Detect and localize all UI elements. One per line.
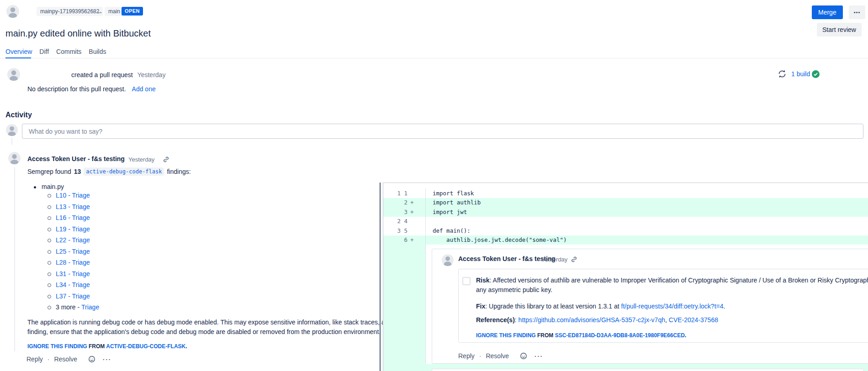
comment-time[interactable]: Yesterday	[128, 156, 154, 163]
diff-row[interactable]: 35def main():	[383, 226, 868, 235]
old-line-number: 3	[383, 227, 401, 234]
pr-author-avatar	[6, 5, 19, 18]
finding-link[interactable]: L25 - Triage	[56, 248, 90, 255]
more-options-button[interactable]: •••	[849, 5, 865, 19]
ignore-finding-link[interactable]: IGNORE THIS FINDING	[476, 332, 536, 339]
fix-text: Upgrade this library to at least version…	[489, 303, 621, 310]
code-text: authlib.jose.jwt.decode("some-val")	[426, 236, 567, 243]
tab-builds[interactable]: Builds	[89, 48, 106, 55]
old-line-number: 1	[383, 190, 401, 197]
finding-item: L31 - Triage	[48, 270, 99, 282]
created-time[interactable]: Yesterday	[138, 71, 166, 78]
add-reaction-icon[interactable]	[520, 352, 527, 360]
description-row: No description for this pull request. Ad…	[27, 85, 156, 93]
new-line-number: 4	[401, 218, 408, 225]
ignore-code-link[interactable]: SSC-ED87184D-D3AA-9DB8-8A0E-1980F9E66CED	[555, 332, 685, 339]
more-actions-icon[interactable]: ···	[103, 356, 111, 363]
finding-link[interactable]: L34 - Triage	[56, 281, 90, 288]
finding-item: L13 - Triage	[48, 203, 99, 214]
permalink-icon[interactable]	[571, 256, 577, 263]
reference-separator: ,	[665, 316, 669, 324]
finding-link[interactable]: L13 - Triage	[56, 203, 90, 210]
ignore-rule-link[interactable]: ACTIVE-DEBUG-CODE-FLASK	[106, 343, 185, 350]
ignore-from-text: FROM	[89, 343, 105, 350]
new-line-number: 2	[401, 199, 408, 206]
findings-list: L10 - Triage L13 - Triage L16 - Triage L…	[48, 192, 99, 315]
next-comment-card-clipped	[432, 369, 864, 371]
finding-count: 13	[74, 168, 81, 175]
resolve-button[interactable]: Resolve	[486, 352, 509, 360]
diff-row[interactable]: 24	[383, 217, 868, 226]
tab-diff[interactable]: Diff	[39, 48, 49, 55]
finding-link[interactable]: L31 - Triage	[56, 270, 90, 277]
file-name: main.py	[42, 183, 64, 190]
bullet-icon	[48, 205, 51, 209]
build-success-icon	[812, 70, 820, 78]
permalink-icon[interactable]	[163, 156, 169, 163]
fix-link[interactable]: ft/pull-requests/34/diff:oetry.lock?t=4	[621, 303, 724, 310]
comment-author-name[interactable]: Access Token User - f&s testing	[27, 155, 125, 162]
inline-comment-author[interactable]: Access Token User - f&s testing	[458, 255, 556, 262]
tabbar-divider	[0, 58, 868, 58]
finding-link[interactable]: L28 - Triage	[56, 259, 90, 266]
merge-button[interactable]: Merge	[812, 5, 843, 19]
added-line-gutter	[383, 245, 426, 371]
more-actions-icon[interactable]: ···	[535, 353, 543, 360]
reference-link-cve[interactable]: CVE-2024-37568	[669, 316, 718, 324]
more-findings-link[interactable]: Triage	[81, 303, 99, 311]
finding-link[interactable]: L22 - Triage	[56, 236, 90, 244]
diff-sign: +	[408, 207, 426, 217]
finding-link[interactable]: L10 - Triage	[56, 192, 90, 199]
risk-label: Risk	[476, 277, 490, 284]
fix-label: Fix	[476, 303, 485, 310]
action-separator: ·	[479, 352, 482, 360]
tab-overview[interactable]: Overview	[5, 48, 32, 55]
action-separator: ·	[48, 355, 50, 363]
diff-row-added[interactable]: 6+ authlib.jose.jwt.decode("some-val")	[383, 235, 868, 245]
period-text: .	[724, 303, 725, 310]
inline-comment-time[interactable]: Yesterday	[541, 256, 567, 263]
comment-composer-input[interactable]	[22, 124, 863, 139]
diff-sign: +	[408, 198, 426, 208]
period-text: .	[685, 332, 686, 339]
finding-link[interactable]: L16 - Triage	[56, 214, 90, 221]
inline-comment-avatar	[442, 254, 454, 266]
bullet-icon	[34, 186, 36, 188]
finding-item: L28 - Triage	[48, 259, 99, 270]
active-tab-underline	[5, 57, 31, 59]
finding-checkbox[interactable]	[462, 277, 471, 285]
finding-link[interactable]: L19 - Triage	[56, 225, 90, 233]
source-branch-lozenge[interactable]: mainpy-1719939562682	[37, 7, 103, 16]
thread-line	[11, 138, 12, 145]
start-review-button[interactable]: Start review	[817, 23, 862, 37]
builds-link[interactable]: 1 build	[791, 70, 810, 78]
inline-comment-zone: Access Token User - f&s testing Yesterda…	[383, 245, 868, 371]
target-branch-lozenge[interactable]: main	[105, 7, 124, 16]
reply-button[interactable]: Reply	[458, 352, 475, 360]
diff-sign: +	[408, 235, 426, 245]
ignore-finding-link[interactable]: IGNORE THIS FINDING	[27, 343, 87, 350]
reply-button[interactable]: Reply	[26, 355, 43, 363]
file-list-item: main.py	[34, 183, 64, 190]
tab-commits[interactable]: Commits	[56, 48, 81, 55]
bullet-icon	[48, 272, 51, 276]
bullet-icon	[48, 306, 51, 309]
ignore-from-text: FROM	[537, 332, 553, 339]
rule-code-chip[interactable]: active-debug-code-flask	[84, 167, 164, 176]
diff-row[interactable]: 11import flask	[383, 188, 868, 198]
semgrep-suffix: findings:	[167, 168, 191, 175]
diff-row-added[interactable]: 3+import jwt	[383, 207, 868, 217]
bullet-icon	[48, 239, 51, 242]
add-description-link[interactable]: Add one	[132, 85, 156, 93]
semgrep-prefix: Semgrep found	[27, 168, 71, 175]
created-row: created a pull request Yesterday	[71, 71, 165, 78]
finding-link[interactable]: L37 - Triage	[56, 293, 90, 300]
reference-link-ghsa[interactable]: https://github.com/advisories/GHSA-5357-…	[519, 316, 665, 324]
diff-card: 11import flask 2+import authlib 3+import…	[383, 183, 868, 371]
resolve-button[interactable]: Resolve	[54, 355, 77, 363]
bullet-icon	[48, 250, 51, 254]
person-icon	[442, 254, 454, 266]
page-title: main.py edited online with Bitbucket	[5, 28, 151, 39]
diff-row-added[interactable]: 2+import authlib	[383, 198, 868, 208]
add-reaction-icon[interactable]	[88, 355, 95, 363]
